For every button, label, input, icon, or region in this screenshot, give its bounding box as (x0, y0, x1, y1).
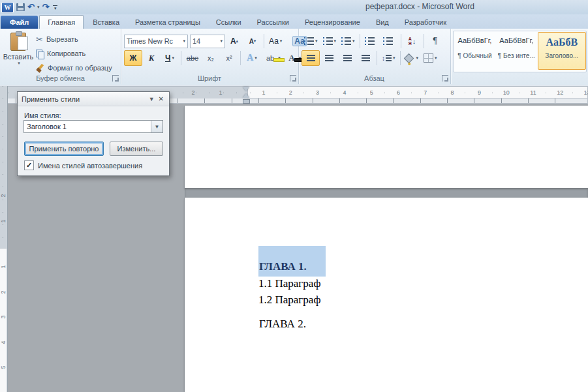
underline-button[interactable]: Ч ▾ (161, 50, 179, 66)
style-name-label: Имя стиля: (24, 112, 61, 119)
copy-button[interactable]: Копировать (36, 47, 85, 60)
doc-paragraph-2[interactable]: 1.2 Параграф (258, 294, 320, 307)
grow-mark-icon: ▴ (236, 38, 239, 44)
scissors-icon: ✂ (36, 35, 43, 44)
align-left-button[interactable] (302, 50, 320, 66)
paste-caret-icon: ▾ (18, 61, 20, 66)
tab-home[interactable]: Главная (39, 15, 84, 29)
tab-file[interactable]: Файл (1, 16, 38, 29)
shrink-font-button[interactable]: А▾ (243, 33, 262, 49)
reapply-button[interactable]: Применить повторно (24, 142, 104, 156)
redo-icon[interactable]: ↷ (42, 1, 49, 13)
decrease-indent-button[interactable] (362, 33, 380, 49)
clipboard-dialog-launcher-icon[interactable] (112, 75, 119, 82)
borders-button[interactable]: ▾ (421, 50, 440, 66)
align-center-button[interactable] (320, 50, 338, 66)
tab-view[interactable]: Вид (368, 16, 397, 29)
font-size-combo[interactable]: 14 ▾ (190, 35, 225, 48)
close-icon[interactable]: ✕ (157, 95, 165, 102)
chevron-down-icon: ▾ (172, 55, 174, 61)
ruler-number: 4 (0, 340, 7, 344)
group-clipboard: Вставить ▾ ✂ Вырезать Копировать Формат … (0, 29, 121, 84)
style-card-heading1[interactable]: АаБбВ Заголово... (538, 32, 586, 70)
align-right-button[interactable] (338, 50, 356, 66)
italic-button[interactable]: К (142, 50, 161, 66)
show-marks-button[interactable]: ¶ (426, 33, 444, 49)
highlight-color-button[interactable]: ab ▾ (264, 50, 283, 66)
word-window: W ↶ ▾ ↷ ▾ реферат.docx - Microsoft Word … (0, 0, 588, 392)
chevron-down-icon: ▾ (255, 55, 257, 61)
grow-font-button[interactable]: А▴ (225, 33, 243, 49)
tab-insert[interactable]: Вставка (85, 16, 127, 29)
tab-review[interactable]: Рецензирование (297, 16, 368, 29)
tab-developer[interactable]: Разработчик (397, 16, 454, 29)
customize-qat-icon[interactable]: ▾ (53, 5, 57, 10)
justify-button[interactable] (356, 50, 375, 66)
doc-heading-2[interactable]: ГЛАВА 2. (259, 318, 306, 331)
hanging-indent-marker[interactable] (243, 93, 249, 98)
style-card-normal[interactable]: АаБбВвГг, ¶ Обычный (454, 32, 495, 70)
sort-button[interactable]: АЯ ↓ (403, 33, 422, 49)
combo-dropdown-icon[interactable]: ▼ (151, 121, 162, 132)
checkbox-checked-icon[interactable]: ✓ (24, 160, 34, 170)
multilevel-list-button[interactable]: ▾ (339, 33, 358, 49)
line-spacing-icon: ↕ (382, 55, 392, 62)
multilevel-list-icon (345, 37, 351, 45)
line-spacing-button[interactable]: ↕ ▾ (379, 50, 398, 66)
superscript-button[interactable]: x² (220, 50, 238, 66)
bullets-button[interactable]: ▾ (302, 33, 320, 49)
page-2[interactable]: ГЛАВА 1. 1.1 Параграф 1.2 Параграф ГЛАВА… (185, 198, 588, 392)
borders-icon (424, 53, 433, 63)
highlight-swatch (273, 58, 285, 62)
page-1[interactable] (185, 106, 588, 188)
dialog-menu-icon[interactable]: ▼ (146, 96, 157, 102)
doc-paragraph-1[interactable]: 1.1 Параграф (258, 277, 320, 290)
strikethrough-button[interactable]: abe (183, 50, 202, 66)
sort-icon: АЯ ↓ (409, 37, 416, 46)
shading-button[interactable]: ▾ (403, 50, 422, 66)
group-styles: АаБбВвГг, ¶ Обычный АаБбВвГг, ¶ Без инте… (450, 29, 588, 84)
font-family-combo[interactable]: Times New Rc ▾ (124, 35, 188, 48)
justify-icon (362, 55, 370, 62)
apply-styles-dialog: Применить стили ▼ ✕ Имя стиля: Заголовок… (17, 91, 170, 176)
outdent-icon (368, 37, 375, 45)
align-left-icon (307, 55, 315, 62)
align-right-icon (343, 55, 352, 62)
ribbon: Вставить ▾ ✂ Вырезать Копировать Формат … (0, 29, 588, 85)
dialog-title-bar[interactable]: Применить стили ▼ ✕ (18, 92, 169, 106)
save-icon[interactable] (16, 3, 25, 11)
tab-references[interactable]: Ссылки (208, 16, 249, 29)
numbered-list-icon (326, 37, 333, 45)
font-dialog-launcher-icon[interactable] (290, 75, 296, 82)
tab-mailings[interactable]: Рассылки (249, 16, 297, 29)
autocomplete-checkbox-row[interactable]: ✓ Имена стилей автозавершения (24, 160, 142, 170)
paragraph-dialog-launcher-icon[interactable] (442, 75, 448, 82)
ruler-number: 3 (316, 89, 319, 96)
undo-icon[interactable]: ↶ (27, 1, 35, 13)
copy-icon (36, 50, 44, 58)
undo-caret-icon[interactable]: ▾ (37, 5, 40, 10)
group-label-paragraph: Абзац (298, 74, 450, 82)
vertical-ruler[interactable]: 21 12345 (0, 86, 8, 392)
indent-icon (386, 37, 393, 45)
modify-button[interactable]: Изменить... (110, 142, 163, 156)
change-case-button[interactable]: Аа ▾ (266, 33, 285, 49)
ribbon-tab-strip: Файл Главная Вставка Разметка страницы С… (0, 14, 588, 29)
left-indent-marker[interactable] (243, 99, 250, 104)
shading-bucket-icon (403, 53, 414, 63)
doc-heading-1[interactable]: ГЛАВА 1. (259, 260, 307, 273)
style-name-combo[interactable]: Заголовок 1 ▼ (23, 120, 163, 133)
shrink-mark-icon: ▾ (254, 38, 256, 44)
style-card-no-spacing[interactable]: АаБбВвГг, ¶ Без инте... (496, 32, 537, 70)
format-painter-button[interactable]: Формат по образцу (36, 61, 112, 74)
text-effects-button[interactable]: А ▾ (243, 50, 261, 66)
cut-button[interactable]: ✂ Вырезать (36, 33, 78, 46)
paste-button[interactable]: Вставить ▾ (3, 31, 33, 81)
numbering-button[interactable]: ▾ (320, 33, 339, 49)
first-line-indent-marker[interactable] (243, 87, 249, 91)
ruler-number: 11 (530, 89, 536, 96)
tab-page-layout[interactable]: Разметка страницы (127, 16, 208, 29)
bold-button[interactable]: Ж (124, 50, 142, 66)
subscript-button[interactable]: x₂ (202, 50, 220, 66)
increase-indent-button[interactable] (380, 33, 399, 49)
